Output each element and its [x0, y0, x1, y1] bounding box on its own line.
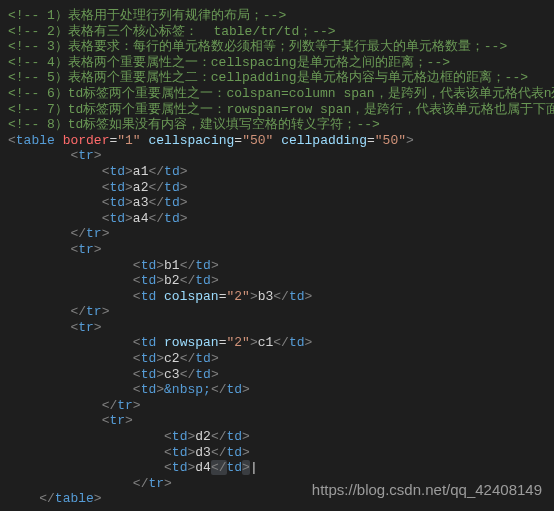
code-line: <td>a1</td> [8, 164, 546, 180]
comment-text: <!-- 4）表格两个重要属性之一：cellspacing是单元格之间的距离；-… [8, 55, 450, 70]
code-line: <td>d3</td> [8, 445, 546, 461]
bracket-highlight: </ [211, 460, 227, 475]
comment-text: <!-- 6）td标签两个重要属性之一：colspan=column span，… [8, 86, 554, 101]
code-line: <td>b2</td> [8, 273, 546, 289]
code-line: <td>c3</td> [8, 367, 546, 383]
code-line: <td rowspan="2">c1</td> [8, 335, 546, 351]
attr-rowspan: rowspan [164, 335, 219, 350]
comment-text: <!-- 1）表格用于处理行列有规律的布局；--> [8, 8, 286, 23]
code-line: <td>a3</td> [8, 195, 546, 211]
code-line: <td colspan="2">b3</td> [8, 289, 546, 305]
comment-line: <!-- 4）表格两个重要属性之一：cellspacing是单元格之间的距离；-… [8, 55, 546, 71]
code-line: <td>c2</td> [8, 351, 546, 367]
code-line: </tr> [8, 398, 546, 414]
comment-line: <!-- 5）表格两个重要属性之二：cellpadding是单元格内容与单元格边… [8, 70, 546, 86]
comment-text: <!-- 7）td标签两个重要属性之一：rowspan=row span，是跨行… [8, 102, 554, 117]
comment-line: <!-- 8）td标签如果没有内容，建议填写空格的转义字符；--> [8, 117, 546, 133]
code-line: <td>d4</td>| [8, 460, 546, 476]
text-cursor: | [250, 460, 258, 475]
attr-cellpadding: cellpadding [281, 133, 367, 148]
comment-line: <!-- 2）表格有三个核心标签： table/tr/td；--> [8, 24, 546, 40]
comment-text: <!-- 2）表格有三个核心标签： table/tr/td；--> [8, 24, 336, 39]
code-line: <td>b1</td> [8, 258, 546, 274]
attr-cellspacing: cellspacing [148, 133, 234, 148]
comment-line: <!-- 7）td标签两个重要属性之一：rowspan=row span，是跨行… [8, 102, 546, 118]
code-line: <td>&nbsp;</td> [8, 382, 546, 398]
bracket-highlight: > [242, 460, 250, 475]
comment-line: <!-- 3）表格要求：每行的单元格数必须相等；列数等于某行最大的单元格数量；-… [8, 39, 546, 55]
nbsp-entity: &nbsp; [164, 382, 211, 397]
code-line: <tr> [8, 148, 546, 164]
comment-line: <!-- 1）表格用于处理行列有规律的布局；--> [8, 8, 546, 24]
watermark: https://blog.csdn.net/qq_42408149 [312, 481, 542, 499]
comment-text: <!-- 8）td标签如果没有内容，建议填写空格的转义字符；--> [8, 117, 380, 132]
code-line: </tr> [8, 304, 546, 320]
code-line: <tr> [8, 320, 546, 336]
code-editor[interactable]: <!-- 1）表格用于处理行列有规律的布局；--> <!-- 2）表格有三个核心… [8, 8, 546, 507]
code-line: <td>d2</td> [8, 429, 546, 445]
code-line: <td>a4</td> [8, 211, 546, 227]
td-tag: td [109, 164, 125, 179]
comment-text: <!-- 5）表格两个重要属性之二：cellpadding是单元格内容与单元格边… [8, 70, 528, 85]
code-line: <tr> [8, 413, 546, 429]
code-line: </tr> [8, 226, 546, 242]
tr-tag: tr [78, 148, 94, 163]
comment-line: <!-- 6）td标签两个重要属性之一：colspan=column span，… [8, 86, 546, 102]
attr-colspan: colspan [164, 289, 219, 304]
comment-text: <!-- 3）表格要求：每行的单元格数必须相等；列数等于某行最大的单元格数量；-… [8, 39, 507, 54]
attr-border: border [63, 133, 110, 148]
code-line: <table border="1" cellspacing="50" cellp… [8, 133, 546, 149]
table-tag: table [16, 133, 55, 148]
code-line: <tr> [8, 242, 546, 258]
code-line: <td>a2</td> [8, 180, 546, 196]
